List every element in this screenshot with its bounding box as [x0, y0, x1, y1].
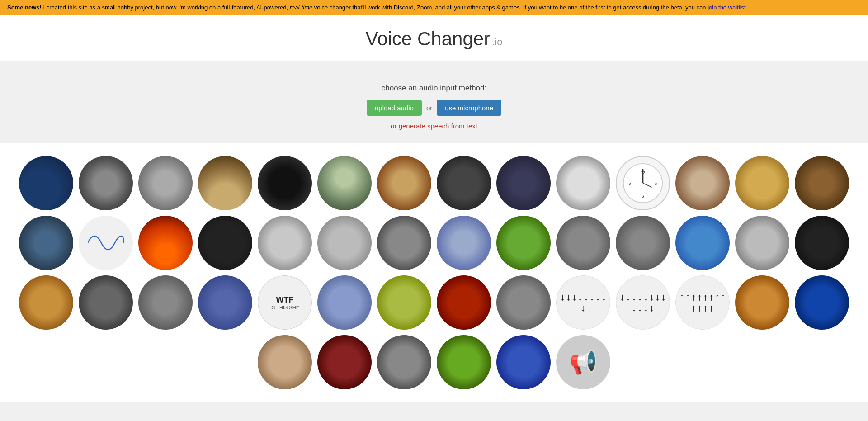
voice-dark-pool[interactable] — [198, 216, 252, 270]
input-buttons: upload audio or use microphone — [0, 100, 868, 116]
voice-tv[interactable] — [258, 335, 312, 389]
voice-megaphone[interactable]: 📢 — [556, 335, 610, 389]
voice-demon[interactable] — [437, 275, 491, 330]
site-title: Voice Changer — [366, 28, 491, 49]
voice-arrows-mixed[interactable]: ↓↓↓ ↓↓↓ ↓↓↓ ↓↓↓ — [616, 275, 670, 330]
voice-telephone[interactable] — [258, 156, 312, 210]
voice-fire[interactable] — [138, 216, 193, 270]
voice-wave[interactable] — [19, 156, 73, 210]
site-header: Voice Changer.io — [0, 15, 868, 61]
voice-astronaut[interactable] — [496, 275, 551, 330]
voice-soldier[interactable] — [735, 216, 789, 270]
voice-dalek[interactable] — [795, 156, 849, 210]
svg-text:12: 12 — [641, 170, 645, 175]
voice-mosquito[interactable] — [437, 335, 491, 389]
voice-woodbox[interactable] — [19, 275, 73, 330]
use-microphone-button[interactable]: use microphone — [437, 100, 501, 116]
voice-officer[interactable] — [198, 275, 252, 330]
generate-prefix: or — [391, 122, 399, 130]
voice-robot1[interactable] — [258, 216, 312, 270]
svg-text:3: 3 — [655, 182, 657, 186]
banner-bold: Some news! — [7, 4, 42, 11]
voice-chipmunk[interactable] — [735, 275, 789, 330]
voice-arrows-down[interactable]: ↓↓↓ ↓↓↓ ↓↓↓ — [556, 275, 610, 330]
voice-clock[interactable]: 12 3 6 9 — [616, 156, 670, 210]
voice-robot3[interactable] — [437, 216, 491, 270]
voice-dali[interactable] — [377, 156, 431, 210]
banner-text: I created this site as a small hobby pro… — [43, 4, 708, 11]
voice-film[interactable] — [79, 156, 133, 210]
voice-scuba[interactable] — [795, 275, 849, 330]
svg-text:9: 9 — [629, 182, 631, 186]
voice-robot2[interactable] — [317, 216, 372, 270]
upload-audio-button[interactable]: upload audio — [367, 100, 422, 116]
voice-robot4[interactable] — [317, 275, 372, 330]
voice-grid-section: 12 3 6 9 WTF IS THIS SHI* ↓↓↓ ↓↓↓ ↓↓↓ ↓↓… — [0, 143, 868, 402]
voice-toy-robot[interactable] — [377, 216, 431, 270]
svg-text:6: 6 — [642, 194, 644, 199]
voice-grid: 12 3 6 9 WTF IS THIS SHI* ↓↓↓ ↓↓↓ ↓↓↓ ↓↓… — [18, 156, 850, 389]
voice-cards[interactable] — [795, 216, 849, 270]
voice-arrows-up[interactable]: ↑↑↑ ↑↑↑ ↑↑↑ ↑↑↑ — [675, 275, 730, 330]
voice-radio[interactable] — [675, 156, 730, 210]
voice-alien[interactable] — [317, 156, 372, 210]
voice-turtle[interactable] — [556, 216, 610, 270]
voice-wtf[interactable]: WTF IS THIS SHI* — [258, 275, 312, 330]
voice-sine[interactable] — [79, 216, 133, 270]
voice-snake[interactable] — [377, 335, 431, 389]
voice-toy2[interactable] — [377, 275, 431, 330]
input-method-label: choose an audio input method: — [0, 84, 868, 93]
news-banner: Some news! I created this site as a smal… — [0, 0, 868, 15]
audio-input-section: choose an audio input method: upload aud… — [0, 61, 868, 143]
voice-cyborg[interactable] — [496, 156, 551, 210]
voice-ent[interactable] — [138, 275, 193, 330]
voice-controls[interactable] — [19, 216, 73, 270]
voice-cymbal[interactable] — [735, 156, 789, 210]
voice-dancer[interactable] — [616, 216, 670, 270]
site-tld: .io — [492, 36, 502, 47]
waitlist-link[interactable]: join the waitlist — [708, 4, 746, 11]
generate-speech-row: or generate speech from text — [0, 122, 868, 130]
voice-snail[interactable] — [496, 216, 551, 270]
voice-engine[interactable] — [317, 335, 372, 389]
voice-cathedral[interactable] — [198, 156, 252, 210]
or-label: or — [426, 104, 432, 112]
voice-guy-fawkes[interactable] — [556, 156, 610, 210]
voice-darkface[interactable] — [437, 156, 491, 210]
generate-speech-link[interactable]: generate speech from text — [399, 122, 477, 130]
voice-detective[interactable] — [79, 275, 133, 330]
voice-hand[interactable] — [138, 156, 193, 210]
voice-sonic[interactable] — [675, 216, 730, 270]
voice-bluebot[interactable] — [496, 335, 551, 389]
